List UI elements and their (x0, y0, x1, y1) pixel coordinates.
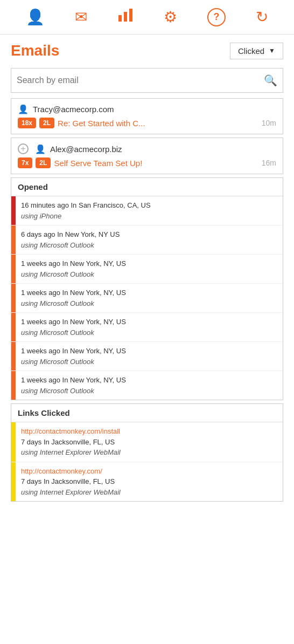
list-item: 16 minutes ago In San Francisco, CA, US … (11, 196, 283, 225)
opened-section: Opened 16 minutes ago In San Francisco, … (11, 177, 283, 400)
list-item: 6 days ago In New York, NY US using Micr… (11, 225, 283, 255)
top-nav: 👤 ✉ ⚙ ? ↻ (0, 0, 294, 35)
open-content-1: 6 days ago In New York, NY US using Micr… (16, 225, 125, 254)
email-card-alex: + 👤 Alex@acmecorp.biz 7x 2L Self Serve T… (11, 138, 283, 174)
list-item: 1 weeks ago In New York, NY, US using Mi… (11, 255, 283, 284)
search-icon[interactable]: 🔍 (264, 74, 277, 87)
open-device-2: using Microsoft Outlook (21, 270, 94, 278)
filter-dropdown[interactable]: Clicked ▼ (230, 43, 283, 59)
email-card-tracy: 👤 Tracy@acmecorp.com 18x 2L Re: Get Star… (11, 98, 283, 134)
open-location-2: 1 weeks ago In New York, NY, US (21, 259, 126, 268)
time-alex: 16m (262, 159, 276, 167)
open-device-4: using Microsoft Outlook (21, 328, 94, 337)
open-location-1: 6 days ago In New York, NY US (21, 230, 120, 238)
badge-2l-alex: 2L (36, 157, 51, 168)
badge-7x: 7x (18, 157, 32, 168)
open-bar-4 (11, 313, 16, 341)
open-device-6: using Microsoft Outlook (21, 387, 94, 395)
open-content-5: 1 weeks ago In New York, NY, US using Mi… (16, 342, 131, 371)
open-content-4: 1 weeks ago In New York, NY, US using Mi… (16, 313, 131, 341)
link-location-0: 7 days In Jacksonville, FL, US (21, 438, 115, 446)
links-section: Links Clicked http://contactmonkey.com/i… (11, 403, 283, 502)
chevron-down-icon: ▼ (269, 47, 275, 54)
link-device-0: using Internet Explorer WebMail (21, 448, 121, 456)
open-bar-0 (11, 196, 16, 225)
open-location-6: 1 weeks ago In New York, NY, US (21, 376, 126, 384)
link-content-0: http://contactmonkey.com/install 7 days … (16, 422, 126, 462)
open-bar-2 (11, 255, 16, 283)
time-tracy: 10m (262, 119, 276, 127)
open-location-0: 16 minutes ago In San Francisco, CA, US (21, 201, 151, 209)
open-location-3: 1 weeks ago In New York, NY, US (21, 289, 126, 297)
open-content-3: 1 weeks ago In New York, NY, US using Mi… (16, 284, 131, 312)
link-device-1: using Internet Explorer WebMail (21, 488, 121, 496)
open-bar-6 (11, 371, 16, 400)
links-section-title: Links Clicked (11, 404, 283, 422)
svg-rect-2 (129, 9, 132, 22)
link-bar-0 (11, 422, 16, 462)
list-item: http://contactmonkey.com/install 7 days … (11, 422, 283, 462)
open-content-2: 1 weeks ago In New York, NY, US using Mi… (16, 255, 131, 283)
open-location-4: 1 weeks ago In New York, NY, US (21, 318, 126, 326)
opened-section-title: Opened (11, 178, 283, 196)
badge-18x: 18x (18, 118, 36, 128)
list-item: 1 weeks ago In New York, NY, US using Mi… (11, 284, 283, 313)
filter-label: Clicked (238, 46, 264, 56)
email-address-tracy: Tracy@acmecorp.com (33, 105, 114, 114)
badge-2l-tracy: 2L (39, 118, 54, 128)
search-bar: 🔍 (11, 68, 283, 93)
person-icon-tracy: 👤 (18, 104, 29, 114)
link-url-1[interactable]: http://contactmonkey.com/ (21, 466, 121, 477)
svg-rect-1 (124, 12, 127, 22)
open-device-5: using Microsoft Outlook (21, 358, 94, 366)
open-bar-5 (11, 342, 16, 371)
chart-icon[interactable] (117, 8, 134, 26)
link-content-1: http://contactmonkey.com/ 7 days In Jack… (16, 462, 126, 502)
help-icon[interactable]: ? (207, 8, 226, 26)
link-url-0[interactable]: http://contactmonkey.com/install (21, 426, 121, 437)
settings-icon[interactable]: ⚙ (164, 8, 177, 26)
open-content-6: 1 weeks ago In New York, NY, US using Mi… (16, 371, 131, 400)
open-device-0: using iPhone (21, 212, 61, 220)
list-item: 1 weeks ago In New York, NY, US using Mi… (11, 342, 283, 371)
search-input[interactable] (17, 76, 264, 85)
open-bar-3 (11, 284, 16, 312)
link-bar-1 (11, 462, 16, 502)
open-device-1: using Microsoft Outlook (21, 241, 94, 249)
person-icon-alex: 👤 (35, 144, 46, 154)
email-address-alex: Alex@acmecorp.biz (50, 145, 122, 154)
list-item: 1 weeks ago In New York, NY, US using Mi… (11, 313, 283, 342)
subject-alex[interactable]: Self Serve Team Set Up! (54, 159, 258, 168)
page-title: Emails (11, 42, 59, 59)
svg-rect-0 (118, 15, 122, 22)
refresh-icon[interactable]: ↻ (256, 8, 268, 26)
list-item: 1 weeks ago In New York, NY, US using Mi… (11, 371, 283, 400)
subject-tracy[interactable]: Re: Get Started with C... (58, 119, 258, 128)
open-location-5: 1 weeks ago In New York, NY, US (21, 347, 126, 355)
mail-icon[interactable]: ✉ (75, 8, 87, 26)
link-location-1: 7 days In Jacksonville, FL, US (21, 477, 115, 485)
open-bar-1 (11, 225, 16, 254)
person-icon[interactable]: 👤 (26, 8, 45, 26)
open-device-3: using Microsoft Outlook (21, 299, 94, 307)
list-item: http://contactmonkey.com/ 7 days In Jack… (11, 462, 283, 502)
page-header: Emails Clicked ▼ (0, 35, 294, 65)
expand-icon-alex[interactable]: + (18, 143, 29, 154)
open-content-0: 16 minutes ago In San Francisco, CA, US … (16, 196, 156, 225)
